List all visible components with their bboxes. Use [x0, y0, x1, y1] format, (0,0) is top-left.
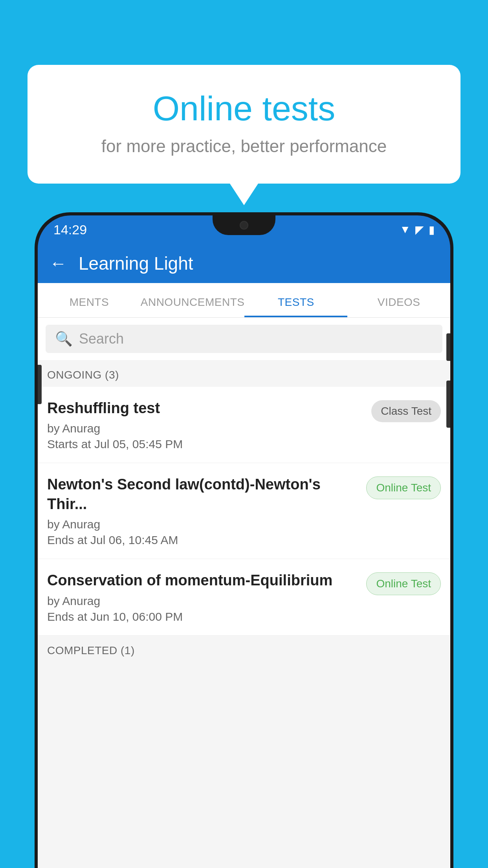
completed-section-header: COMPLETED (1): [38, 636, 450, 662]
test-item-content: Newton's Second law(contd)-Newton's Thir…: [47, 475, 360, 547]
test-time: Ends at Jun 10, 06:00 PM: [47, 610, 360, 623]
test-author: by Anurag: [47, 422, 365, 435]
power-button-top: [446, 333, 450, 361]
bubble-title: Online tests: [59, 88, 429, 129]
test-item-content: Reshuffling test by Anurag Starts at Jul…: [47, 399, 365, 451]
battery-icon: ▮: [429, 223, 435, 236]
app-header: ← Learning Light: [38, 244, 450, 283]
test-item[interactable]: Newton's Second law(contd)-Newton's Thir…: [38, 463, 450, 559]
test-time: Starts at Jul 05, 05:45 PM: [47, 438, 365, 451]
phone-inner: 14:29 ▼ ◤ ▮ ← Learning Light MENTS ANNOU…: [38, 215, 450, 868]
tab-videos[interactable]: VIDEOS: [347, 296, 450, 317]
bubble-subtitle: for more practice, better performance: [59, 136, 429, 156]
test-badge-online: Online Test: [366, 476, 441, 499]
test-item-content: Conservation of momentum-Equilibrium by …: [47, 571, 360, 623]
test-item[interactable]: Reshuffling test by Anurag Starts at Jul…: [38, 387, 450, 463]
power-button-bottom: [446, 381, 450, 428]
phone-frame: 14:29 ▼ ◤ ▮ ← Learning Light MENTS ANNOU…: [35, 212, 453, 868]
wifi-icon: ▼: [400, 223, 411, 236]
search-bar[interactable]: 🔍 Search: [46, 325, 442, 353]
tabs-bar: MENTS ANNOUNCEMENTS TESTS VIDEOS: [38, 283, 450, 318]
tab-announcements[interactable]: ANNOUNCEMENTS: [141, 296, 245, 317]
test-name: Conservation of momentum-Equilibrium: [47, 571, 360, 590]
status-time: 14:29: [53, 222, 87, 237]
promo-bubble: Online tests for more practice, better p…: [28, 65, 460, 184]
tab-tests[interactable]: TESTS: [244, 296, 347, 317]
test-badge-class: Class Test: [371, 400, 441, 422]
tab-ments[interactable]: MENTS: [38, 296, 141, 317]
status-bar: 14:29 ▼ ◤ ▮: [38, 215, 450, 244]
app-title: Learning Light: [79, 253, 193, 274]
search-input[interactable]: Search: [79, 331, 124, 347]
front-camera: [240, 221, 248, 230]
test-name: Newton's Second law(contd)-Newton's Thir…: [47, 475, 360, 514]
test-list: Reshuffling test by Anurag Starts at Jul…: [38, 387, 450, 636]
test-badge-online: Online Test: [366, 572, 441, 595]
notch: [213, 215, 275, 235]
volume-button: [38, 365, 42, 404]
test-time: Ends at Jul 06, 10:45 AM: [47, 533, 360, 547]
test-name: Reshuffling test: [47, 399, 365, 418]
search-icon: 🔍: [55, 331, 73, 347]
test-author: by Anurag: [47, 518, 360, 531]
test-author: by Anurag: [47, 594, 360, 608]
screen-content: 🔍 Search ONGOING (3) Reshuffling test by…: [38, 318, 450, 868]
test-item[interactable]: Conservation of momentum-Equilibrium by …: [38, 559, 450, 635]
search-container: 🔍 Search: [38, 318, 450, 360]
ongoing-section-header: ONGOING (3): [38, 360, 450, 387]
signal-icon: ◤: [415, 223, 424, 236]
back-button[interactable]: ←: [50, 254, 67, 273]
status-icons: ▼ ◤ ▮: [400, 223, 435, 236]
